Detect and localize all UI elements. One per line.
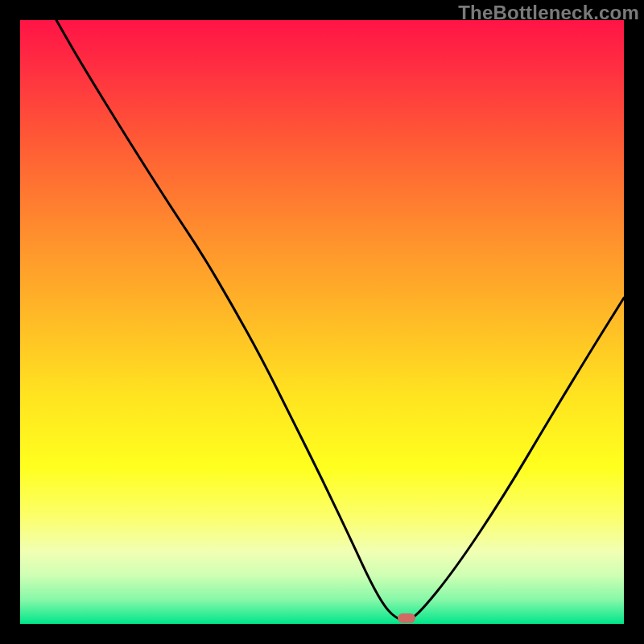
bottleneck-curve bbox=[20, 20, 624, 624]
chart-frame: TheBottleneck.com bbox=[0, 0, 644, 644]
plot-area bbox=[20, 20, 624, 624]
minimum-marker bbox=[398, 613, 415, 623]
